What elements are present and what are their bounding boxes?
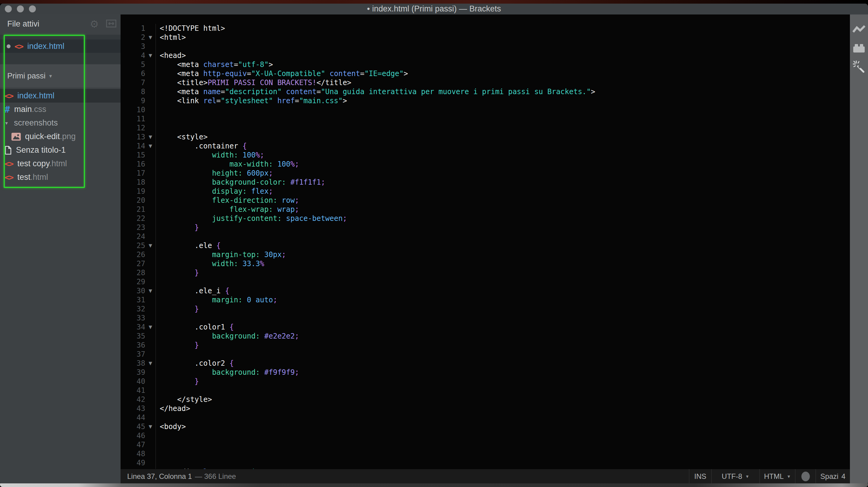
split-view-icon[interactable] [106, 20, 116, 29]
fold-arrow-icon[interactable]: ▼ [145, 33, 156, 42]
live-preview-icon[interactable] [852, 24, 866, 35]
code-line[interactable]: 41 [121, 386, 850, 395]
code-line[interactable]: 39 background: #f9f9f9; [121, 368, 850, 377]
code-line[interactable]: 20 flex-direction: row; [121, 196, 850, 205]
indent-settings[interactable]: Spazi4 [815, 469, 850, 483]
code-line[interactable]: 40 } [121, 377, 850, 386]
line-number: 17 [121, 169, 145, 178]
line-number: 20 [121, 196, 145, 205]
fold-gutter [145, 196, 156, 205]
gear-icon[interactable]: ⚙ [90, 20, 99, 29]
fold-arrow-icon[interactable]: ▼ [145, 467, 156, 469]
fold-gutter [145, 169, 156, 178]
fold-arrow-icon[interactable]: ▼ [145, 51, 156, 60]
fold-gutter [145, 123, 156, 133]
code-line[interactable]: 10 [121, 105, 850, 114]
fold-arrow-icon[interactable]: ▼ [145, 133, 156, 142]
working-files-title: File attivi [7, 19, 90, 29]
tree-file-item[interactable]: Senza titolo-1 [0, 143, 121, 157]
code-line[interactable]: 12 [121, 123, 850, 133]
magic-wand-icon[interactable] [852, 61, 866, 73]
code-line[interactable]: 14▼ .container { [121, 142, 850, 150]
tree-file-item[interactable]: <>index.html [0, 89, 121, 103]
tree-file-item[interactable]: quick-edit.png [0, 130, 121, 143]
code-line[interactable]: 17 height: 600px; [121, 169, 850, 178]
line-number: 48 [121, 449, 145, 458]
code-line[interactable]: 44 [121, 413, 850, 422]
language-selector[interactable]: HTML▼ [760, 469, 795, 483]
html-file-icon: <> [14, 41, 23, 51]
line-number: 39 [121, 368, 145, 377]
fold-arrow-icon[interactable]: ▼ [145, 142, 156, 150]
code-line[interactable]: 46 [121, 431, 850, 440]
tree-file-item[interactable]: <>test.html [0, 170, 121, 184]
tree-file-item[interactable]: #main.css [0, 103, 121, 116]
code-line[interactable]: 31 margin: 0 auto; [121, 295, 850, 305]
code-line[interactable]: 43</head> [121, 404, 850, 413]
code-editor[interactable]: 1<!DOCTYPE html>2▼<html>34▼<head>5 <meta… [121, 15, 850, 469]
code-line[interactable]: 18 background-color: #f1f1f1; [121, 178, 850, 187]
fold-arrow-icon[interactable]: ▼ [145, 286, 156, 295]
code-text [156, 431, 850, 440]
tree-file-item[interactable]: <>test copy.html [0, 157, 121, 170]
code-line[interactable]: 47 [121, 440, 850, 449]
code-line[interactable]: 38▼ .color2 { [121, 359, 850, 368]
code-text: flex-wrap: wrap; [156, 205, 850, 214]
code-line[interactable]: 35 background: #e2e2e2; [121, 332, 850, 341]
code-line[interactable]: 29 [121, 277, 850, 286]
code-line[interactable]: 36 } [121, 341, 850, 350]
fold-arrow-icon[interactable]: ▼ [145, 322, 156, 332]
code-line[interactable]: 32 } [121, 305, 850, 314]
code-line[interactable]: 23 } [121, 223, 850, 232]
encoding-selector[interactable]: UTF-8▼ [711, 469, 760, 483]
code-line[interactable]: 4▼<head> [121, 51, 850, 60]
code-line[interactable]: 33 [121, 314, 850, 322]
lint-status[interactable] [795, 469, 815, 483]
code-line[interactable]: 11 [121, 114, 850, 123]
working-file-item[interactable]: <>index.html [0, 39, 121, 53]
code-line[interactable]: 50▼ <div class="container"> [121, 467, 850, 469]
project-header[interactable]: Primi passi ▾ [0, 64, 121, 87]
line-number: 31 [121, 295, 145, 305]
code-line[interactable]: 34▼ .color1 { [121, 322, 850, 332]
code-line[interactable]: 6 <meta http-equiv="X-UA-Compatible" con… [121, 69, 850, 78]
code-line[interactable]: 9 <link rel="stylesheet" href="main.css"… [121, 96, 850, 105]
fold-arrow-icon[interactable]: ▼ [145, 241, 156, 250]
code-line[interactable]: 48 [121, 449, 850, 458]
code-line[interactable]: 16 max-width: 100%; [121, 160, 850, 169]
code-line[interactable]: 28 } [121, 268, 850, 277]
code-line[interactable]: 26 margin-top: 30px; [121, 250, 850, 259]
code-text: .color2 { [156, 359, 850, 368]
code-line[interactable]: 24 [121, 232, 850, 241]
line-number: 45 [121, 422, 145, 431]
code-line[interactable]: 42 </style> [121, 395, 850, 404]
code-line[interactable]: 8 <meta name="description" content="Una … [121, 87, 850, 96]
fold-gutter [145, 105, 156, 114]
line-number: 12 [121, 123, 145, 133]
code-line[interactable]: 22 justify-content: space-between; [121, 214, 850, 223]
code-line[interactable]: 1<!DOCTYPE html> [121, 24, 850, 33]
code-line[interactable]: 2▼<html> [121, 33, 850, 42]
code-line[interactable]: 25▼ .ele { [121, 241, 850, 250]
code-line[interactable]: 15 width: 100%; [121, 150, 850, 160]
code-line[interactable]: 5 <meta charset="utf-8"> [121, 60, 850, 69]
code-line[interactable]: 13▼ <style> [121, 133, 850, 142]
fold-arrow-icon[interactable]: ▼ [145, 422, 156, 431]
code-line[interactable]: 37 [121, 350, 850, 359]
code-line[interactable]: 21 flex-wrap: wrap; [121, 205, 850, 214]
fold-gutter [145, 114, 156, 123]
fold-gutter [145, 96, 156, 105]
code-line[interactable]: 7 <title>PRIMI PASSI CON BRACKETS!</titl… [121, 78, 850, 87]
extension-manager-icon[interactable] [852, 42, 866, 54]
folder-arrow-icon[interactable]: ▾ [4, 119, 8, 127]
code-line[interactable]: 27 width: 33.3% [121, 259, 850, 268]
code-line[interactable]: 30▼ .ele_i { [121, 286, 850, 295]
fold-gutter [145, 449, 156, 458]
insert-mode-indicator[interactable]: INS [689, 469, 711, 483]
code-line[interactable]: 45▼<body> [121, 422, 850, 431]
code-line[interactable]: 3 [121, 42, 850, 51]
code-line[interactable]: 49 [121, 458, 850, 467]
fold-arrow-icon[interactable]: ▼ [145, 359, 156, 368]
code-line[interactable]: 19 display: flex; [121, 187, 850, 196]
tree-folder-item[interactable]: ▾screenshots [0, 116, 121, 130]
